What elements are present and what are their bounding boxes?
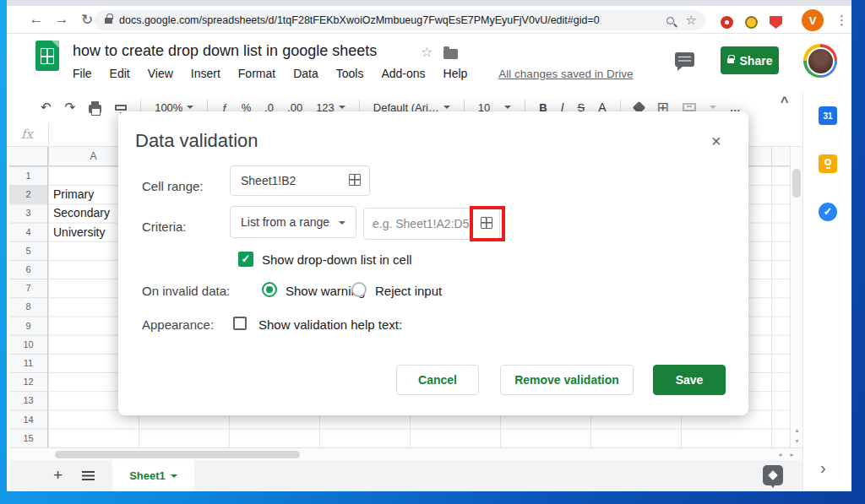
menu-view[interactable]: View [148, 67, 173, 80]
row-header-7[interactable]: 7 [9, 279, 47, 297]
extension-icon-3[interactable] [770, 16, 782, 29]
browser-menu-icon[interactable]: ⋮ [835, 10, 848, 30]
browser-window: ← → ↻ docs.google.com/spreadsheets/d/1tq… [7, 0, 851, 491]
account-avatar[interactable] [803, 44, 837, 78]
forward-button[interactable]: → [51, 8, 73, 30]
merge-cells-button[interactable] [683, 103, 696, 111]
paint-format-button[interactable] [115, 105, 127, 111]
row-header-12[interactable]: 12 [9, 372, 47, 391]
criteria-caret-icon [339, 221, 345, 225]
redo-button[interactable]: ↷ [65, 100, 76, 115]
criteria-select[interactable]: List from a range [230, 206, 356, 238]
tasks-icon[interactable]: ✓ [819, 203, 837, 221]
merge-options-caret[interactable] [710, 106, 716, 109]
row-header-13[interactable]: 13 [9, 391, 47, 409]
sheet-tab-menu-caret[interactable] [171, 474, 177, 478]
row-header-9[interactable]: 9 [9, 317, 47, 335]
hide-menus-button[interactable]: ^ [781, 95, 788, 110]
close-icon[interactable]: × [711, 132, 721, 151]
horizontal-scrollbar[interactable]: ◂ ▸ [9, 447, 802, 460]
appearance-label: Appearance: [142, 317, 214, 332]
save-button[interactable]: Save [653, 365, 726, 395]
add-sheet-button[interactable]: + [53, 466, 63, 485]
keep-icon[interactable] [819, 154, 837, 173]
document-title[interactable]: how to create drop down list in google s… [73, 42, 377, 60]
menu-data[interactable]: Data [293, 67, 318, 80]
cell-a4[interactable]: University [53, 223, 105, 241]
sheet-tab-bar: + Sheet1 [9, 460, 802, 491]
move-folder-icon[interactable] [443, 49, 458, 59]
row-header-11[interactable]: 11 [9, 354, 47, 372]
row-header-15[interactable]: 15 [9, 429, 47, 447]
criteria-value: List from a range [241, 215, 329, 229]
bookmark-star-icon[interactable]: ☆ [686, 13, 697, 28]
back-button[interactable]: ← [25, 8, 47, 30]
row-header-3[interactable]: 3 [9, 203, 47, 222]
cell-a2[interactable]: Primary [53, 185, 94, 203]
calendar-icon[interactable]: 31 [819, 106, 837, 125]
row-headers: 123456789101112131415 [9, 166, 48, 447]
menu-edit[interactable]: Edit [110, 67, 130, 80]
vertical-scrollbar-thumb[interactable] [792, 169, 801, 198]
help-text-checkbox[interactable] [233, 317, 247, 330]
browser-profile-avatar[interactable]: V [802, 9, 824, 31]
show-warning-radio[interactable] [262, 282, 277, 297]
select-all-corner[interactable] [9, 147, 48, 166]
cell-range-label: Cell range: [142, 179, 204, 193]
row-header-2[interactable]: 2 [9, 185, 47, 203]
help-text-label[interactable]: Show validation help text: [258, 317, 402, 332]
star-document-icon[interactable]: ☆ [421, 44, 432, 60]
sheets-logo-icon[interactable] [35, 41, 59, 71]
cancel-button[interactable]: Cancel [396, 365, 479, 395]
row-header-5[interactable]: 5 [9, 241, 47, 260]
show-dropdown-label[interactable]: Show drop-down list in cell [262, 252, 412, 267]
reject-input-radio[interactable] [351, 282, 367, 297]
cell-range-value: Sheet1!B2 [241, 174, 296, 187]
data-validation-dialog: Data validation × Cell range: Sheet1!B2 … [118, 111, 748, 415]
row-header-1[interactable]: 1 [9, 166, 47, 185]
explore-button[interactable] [763, 465, 783, 485]
undo-button[interactable]: ↶ [41, 100, 52, 115]
menu-add-ons[interactable]: Add-ons [381, 67, 425, 80]
scroll-right-icon[interactable]: ▸ [786, 451, 798, 458]
menu-tools[interactable]: Tools [336, 67, 364, 80]
cell-range-input[interactable]: Sheet1!B2 [230, 165, 370, 196]
browser-toolbar: ← → ↻ docs.google.com/spreadsheets/d/1tq… [7, 6, 851, 34]
scroll-left-icon[interactable]: ◂ [774, 451, 786, 458]
comment-icon[interactable] [675, 52, 694, 67]
horizontal-scrollbar-thumb[interactable] [55, 451, 300, 458]
cell-a3[interactable]: Secondary [53, 203, 110, 222]
share-button[interactable]: Share [721, 46, 779, 74]
row-header-14[interactable]: 14 [9, 410, 47, 429]
annotation-red-box [470, 206, 505, 241]
vertical-scrollbar[interactable]: ▴ ▾ [790, 147, 802, 447]
row-header-10[interactable]: 10 [9, 335, 47, 354]
share-label: Share [740, 54, 773, 68]
invalid-data-label: On invalid data: [142, 284, 230, 298]
show-dropdown-checkbox[interactable]: ✓ [238, 252, 253, 267]
saved-status-link[interactable]: All changes saved in Drive [498, 68, 633, 80]
zoom-page-icon[interactable] [666, 17, 674, 24]
scroll-up-icon[interactable]: ▴ [791, 426, 803, 434]
all-sheets-icon[interactable] [82, 471, 95, 473]
row-header-4[interactable]: 4 [9, 223, 47, 241]
row-header-6[interactable]: 6 [9, 260, 47, 279]
sheet-tab-sheet1[interactable]: Sheet1 [112, 460, 194, 491]
address-bar[interactable]: docs.google.com/spreadsheets/d/1tqF28tFE… [95, 10, 705, 30]
print-button[interactable] [89, 105, 101, 113]
reject-input-label[interactable]: Reject input [375, 284, 442, 298]
menu-bar: All changes saved in Drive FileEditViewI… [73, 67, 633, 80]
panel-collapse-chevron[interactable]: › [820, 458, 826, 478]
menu-format[interactable]: Format [238, 67, 275, 80]
menu-file[interactable]: File [73, 67, 92, 80]
menu-help[interactable]: Help [443, 67, 468, 80]
side-panel: 31 ✓ › [802, 91, 851, 491]
scroll-down-icon[interactable]: ▾ [791, 437, 803, 445]
extension-icon-2[interactable] [745, 16, 758, 29]
extension-icon-1[interactable] [721, 16, 733, 29]
remove-validation-button[interactable]: Remove validation [500, 365, 634, 395]
select-range-icon[interactable] [349, 174, 361, 186]
row-header-8[interactable]: 8 [9, 297, 47, 316]
sheet-tab-label: Sheet1 [129, 469, 166, 482]
menu-insert[interactable]: Insert [191, 67, 220, 80]
